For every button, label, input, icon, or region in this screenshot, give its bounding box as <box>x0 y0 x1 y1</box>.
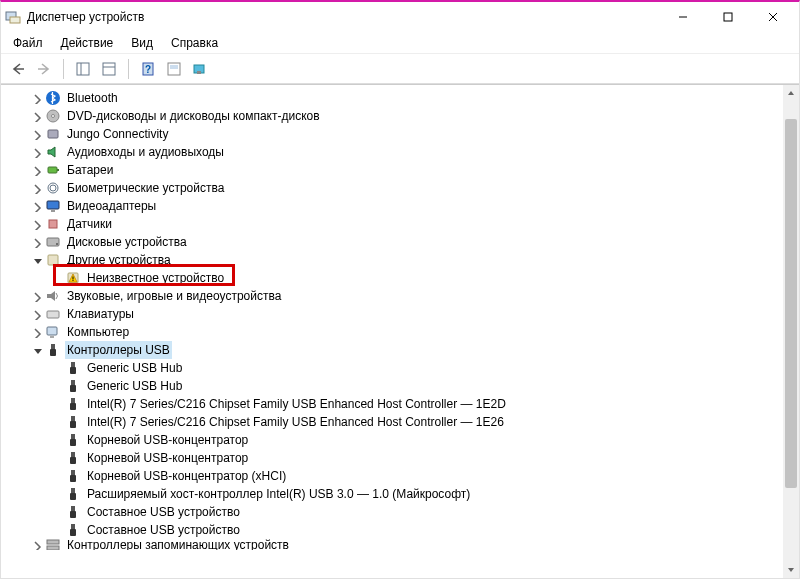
tree-item-label: Звуковые, игровые и видеоустройства <box>65 287 283 305</box>
audio-icon <box>45 144 61 160</box>
tree-item[interactable]: Jungo Connectivity <box>5 125 783 143</box>
tree-item-label: Bluetooth <box>65 89 120 107</box>
menu-action[interactable]: Действие <box>53 34 122 52</box>
show-hidden-button[interactable] <box>189 58 211 80</box>
scroll-thumb[interactable] <box>785 119 797 488</box>
device-tree[interactable]: BluetoothDVD-дисководы и дисководы компа… <box>1 85 783 578</box>
keyboard-icon <box>45 306 61 322</box>
scroll-up-arrow[interactable] <box>783 85 799 101</box>
tree-item-label: Аудиовходы и аудиовыходы <box>65 143 226 161</box>
tree-item-label: Generic USB Hub <box>85 359 184 377</box>
tree-item[interactable]: Intel(R) 7 Series/C216 Chipset Family US… <box>5 413 783 431</box>
tree-item[interactable]: Видеоадаптеры <box>5 197 783 215</box>
battery-icon <box>45 162 61 178</box>
forward-button[interactable] <box>33 58 55 80</box>
window-controls <box>660 3 795 31</box>
tree-item[interactable]: Корневой USB-концентратор (xHCI) <box>5 467 783 485</box>
tree-item[interactable]: Контроллеры USB <box>5 341 783 359</box>
menu-help[interactable]: Справка <box>163 34 226 52</box>
svg-rect-44 <box>197 71 201 74</box>
tree-item-label: Jungo Connectivity <box>65 125 170 143</box>
tree-item[interactable]: Корневой USB-концентратор <box>5 431 783 449</box>
tree-item[interactable]: Составное USB устройство <box>5 503 783 521</box>
tree-item-label: Составное USB устройство <box>85 521 242 539</box>
expand-toggle[interactable] <box>29 91 43 105</box>
tree-item[interactable]: Батареи <box>5 161 783 179</box>
tree-item-label: Контроллеры USB <box>65 341 172 359</box>
help-button[interactable]: ? <box>137 58 159 80</box>
computer-icon <box>45 324 61 340</box>
tree-item-label: Контроллеры запоминающих устройств <box>65 539 291 550</box>
tree-container: BluetoothDVD-дисководы и дисководы компа… <box>1 84 799 578</box>
tree-item[interactable]: Аудиовходы и аудиовыходы <box>5 143 783 161</box>
tree-item[interactable]: Generic USB Hub <box>5 377 783 395</box>
tree-item[interactable]: Клавиатуры <box>5 305 783 323</box>
tree-item[interactable]: Биометрические устройства <box>5 179 783 197</box>
tree-item[interactable]: Дисковые устройства <box>5 233 783 251</box>
close-button[interactable] <box>750 3 795 31</box>
svg-rect-42 <box>170 65 178 69</box>
expand-toggle[interactable] <box>29 539 43 550</box>
expand-toggle[interactable] <box>29 325 43 339</box>
collapse-toggle[interactable] <box>29 253 43 267</box>
svg-rect-30 <box>10 17 20 23</box>
expand-toggle[interactable] <box>29 163 43 177</box>
properties-button[interactable] <box>98 58 120 80</box>
tree-item[interactable]: DVD-дисководы и дисководы компакт-дисков <box>5 107 783 125</box>
menu-view[interactable]: Вид <box>123 34 161 52</box>
expand-toggle[interactable] <box>29 235 43 249</box>
scroll-track[interactable] <box>783 101 799 562</box>
minimize-button[interactable] <box>660 3 705 31</box>
vertical-scrollbar[interactable] <box>783 85 799 578</box>
titlebar: Диспетчер устройств <box>1 2 799 32</box>
tree-item[interactable]: Корневой USB-концентратор <box>5 449 783 467</box>
sound-icon <box>45 288 61 304</box>
jungo-icon <box>45 126 61 142</box>
svg-rect-37 <box>103 63 115 75</box>
tree-item[interactable]: Компьютер <box>5 323 783 341</box>
menu-file[interactable]: Файл <box>5 34 51 52</box>
collapse-toggle[interactable] <box>29 343 43 357</box>
back-button[interactable] <box>7 58 29 80</box>
tree-item[interactable]: Звуковые, игровые и видеоустройства <box>5 287 783 305</box>
expand-toggle[interactable] <box>29 127 43 141</box>
tree-item-label: Составное USB устройство <box>85 503 242 521</box>
tree-item[interactable]: Bluetooth <box>5 89 783 107</box>
tree-item-label: Другие устройства <box>65 251 173 269</box>
svg-rect-32 <box>724 13 732 21</box>
expand-toggle[interactable] <box>29 181 43 195</box>
expand-toggle[interactable] <box>29 145 43 159</box>
tree-item[interactable]: Составное USB устройство <box>5 521 783 539</box>
tree-item-label: Датчики <box>65 215 114 233</box>
expand-toggle[interactable] <box>29 217 43 231</box>
show-hide-tree-button[interactable] <box>72 58 94 80</box>
usb-icon <box>45 342 61 358</box>
expand-toggle[interactable] <box>29 199 43 213</box>
tree-item-label: Клавиатуры <box>65 305 136 323</box>
tree-item[interactable]: Intel(R) 7 Series/C216 Chipset Family US… <box>5 395 783 413</box>
svg-text:?: ? <box>145 64 151 75</box>
drive-icon <box>45 234 61 250</box>
sensor-icon <box>45 216 61 232</box>
tree-item[interactable]: Другие устройства <box>5 251 783 269</box>
svg-rect-35 <box>77 63 89 75</box>
tree-item[interactable]: Generic USB Hub <box>5 359 783 377</box>
usb-icon <box>65 360 81 376</box>
device-manager-window: Диспетчер устройств Файл Действие Вид Сп… <box>0 0 800 579</box>
usb-icon <box>65 522 81 538</box>
disc-icon <box>45 108 61 124</box>
toolbar: ? <box>1 54 799 84</box>
expand-toggle[interactable] <box>29 289 43 303</box>
expand-toggle[interactable] <box>29 307 43 321</box>
maximize-button[interactable] <box>705 3 750 31</box>
scan-button[interactable] <box>163 58 185 80</box>
scroll-down-arrow[interactable] <box>783 562 799 578</box>
tree-item[interactable]: Датчики <box>5 215 783 233</box>
usb-icon <box>65 504 81 520</box>
tree-item[interactable]: Расширяемый хост-контроллер Intel(R) USB… <box>5 485 783 503</box>
usb-icon <box>65 378 81 394</box>
tree-item[interactable]: Контроллеры запоминающих устройств <box>5 539 783 550</box>
toolbar-separator <box>128 59 129 79</box>
expand-toggle[interactable] <box>29 109 43 123</box>
tree-item[interactable]: Неизвестное устройство <box>5 269 783 287</box>
